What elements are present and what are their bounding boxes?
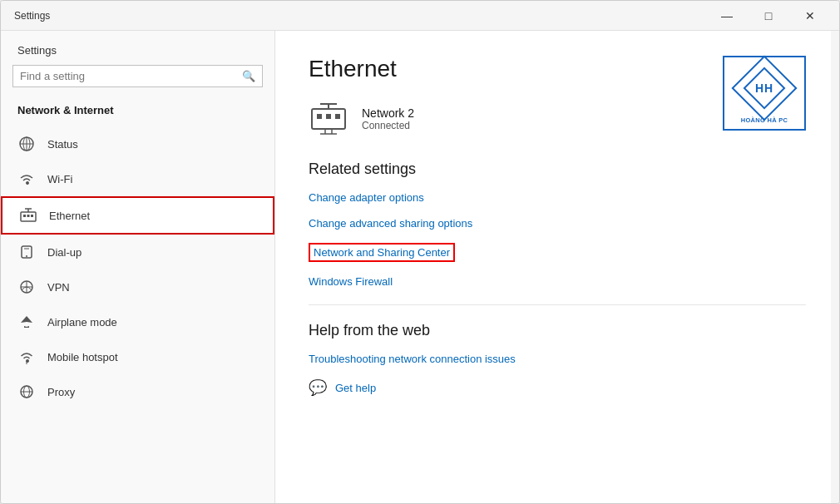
proxy-icon [17, 383, 36, 401]
globe-icon [17, 135, 36, 153]
sidebar-item-wifi[interactable]: Wi-Fi [1, 161, 274, 196]
logo-letters: HH [755, 82, 773, 95]
help-section: Help from the web Troubleshooting networ… [309, 322, 806, 397]
sidebar-item-proxy-label: Proxy [47, 386, 75, 398]
sidebar-item-airplane-label: Airplane mode [47, 316, 117, 329]
svg-rect-21 [317, 114, 322, 119]
network-name: Network 2 [362, 106, 414, 120]
get-help-icon: 💬 [309, 378, 327, 397]
title-bar: Settings — □ ✕ [1, 1, 839, 31]
sidebar-item-wifi-label: Wi-Fi [47, 173, 72, 185]
scrollbar[interactable] [831, 31, 839, 503]
svg-rect-5 [23, 215, 26, 217]
svg-rect-7 [31, 215, 33, 217]
help-section-title: Help from the web [309, 322, 806, 339]
search-icon: 🔍 [242, 70, 255, 82]
window-controls: — □ ✕ [708, 3, 829, 28]
ethernet-icon [19, 206, 37, 225]
sidebar-item-airplane[interactable]: Airplane mode [1, 304, 274, 339]
get-help-row: 💬 Get help [309, 378, 806, 397]
sidebar-item-dialup-label: Dial-up [47, 246, 82, 259]
network-icon [309, 102, 348, 136]
svg-rect-23 [335, 114, 340, 119]
vpn-icon [17, 278, 36, 296]
app-title: Settings [1, 31, 274, 65]
content-area: Settings 🔍 Network & Internet Status [1, 31, 839, 503]
troubleshoot-link[interactable]: Troubleshooting network connection issue… [309, 353, 806, 365]
sidebar-item-ethernet[interactable]: Ethernet [1, 196, 274, 235]
related-settings-section: Related settings Change adapter options … [309, 161, 806, 288]
windows-firewall-link[interactable]: Windows Firewall [309, 275, 806, 288]
airplane-icon [17, 313, 36, 331]
sidebar-item-status-label: Status [47, 138, 78, 151]
sidebar-section-header: Network & Internet [1, 97, 274, 126]
network-status: Connected [362, 120, 414, 131]
window-title: Settings [14, 10, 50, 22]
dialup-icon [17, 243, 36, 261]
brand-logo: HH HOÀNG HÀ PC [723, 56, 806, 131]
sidebar-item-proxy[interactable]: Proxy [1, 374, 274, 409]
change-adapter-link[interactable]: Change adapter options [309, 191, 806, 204]
network-sharing-center-link[interactable]: Network and Sharing Center [309, 243, 455, 262]
get-help-link[interactable]: Get help [335, 382, 376, 394]
sidebar-item-vpn-label: VPN [47, 281, 70, 294]
sidebar: Settings 🔍 Network & Internet Status [1, 31, 275, 503]
network-info: Network 2 Connected [362, 106, 414, 131]
search-input[interactable] [20, 70, 242, 82]
maximize-button[interactable]: □ [749, 3, 788, 28]
wifi-icon [17, 170, 36, 188]
section-divider [309, 304, 806, 305]
sidebar-item-hotspot[interactable]: Mobile hotspot [1, 339, 274, 374]
svg-rect-6 [27, 215, 30, 217]
minimize-button[interactable]: — [708, 3, 746, 28]
main-content: Ethernet [275, 31, 839, 503]
sidebar-item-ethernet-label: Ethernet [49, 210, 90, 222]
search-box[interactable]: 🔍 [12, 65, 263, 87]
settings-window: Settings — □ ✕ Settings 🔍 Network & Inte… [0, 0, 840, 504]
close-button[interactable]: ✕ [791, 3, 829, 28]
hotspot-icon [17, 348, 36, 366]
related-settings-title: Related settings [309, 161, 806, 178]
svg-rect-22 [326, 114, 331, 119]
change-sharing-link[interactable]: Change advanced sharing options [309, 217, 806, 230]
sidebar-item-hotspot-label: Mobile hotspot [47, 351, 118, 363]
sidebar-item-vpn[interactable]: VPN [1, 269, 274, 304]
sidebar-item-dialup[interactable]: Dial-up [1, 235, 274, 269]
svg-point-11 [26, 255, 27, 257]
sidebar-item-status[interactable]: Status [1, 126, 274, 161]
